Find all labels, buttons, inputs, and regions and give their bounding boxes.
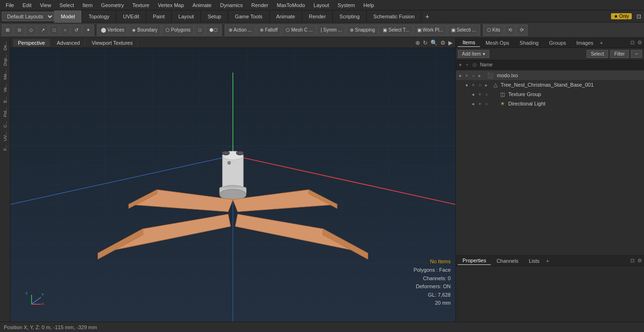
layout-tab-schematic[interactable]: Schematic Fusion (367, 10, 421, 23)
panel-expand-icon[interactable]: ⊡ (630, 40, 635, 46)
menu-animate[interactable]: Animate (189, 1, 215, 9)
tab-items[interactable]: Items (458, 39, 480, 47)
tb-redo-btn[interactable]: ⟳ (516, 24, 528, 36)
canvas-area[interactable]: No Items Polygons : Face Channels: 0 Def… (10, 48, 455, 322)
menu-texture[interactable]: Texture (129, 1, 153, 9)
right-panel: Items Mesh Ops Shading Groups Images + ⊡… (455, 38, 644, 322)
tb-undo-btn[interactable]: ⟲ (504, 24, 516, 36)
layout-tab-setup[interactable]: Setup (201, 10, 228, 23)
layout-tab-animate[interactable]: Animate (270, 10, 302, 23)
menu-edit[interactable]: Edit (19, 1, 35, 9)
tab-properties[interactable]: Properties (458, 257, 491, 265)
tb-hex-btn[interactable]: ⬢⬡ (206, 24, 222, 36)
tb-selecti-btn[interactable]: ▣ Selecti ... (447, 24, 480, 36)
vp-icon-play[interactable]: ▶ (448, 40, 453, 46)
tb-selectt-btn[interactable]: ▣ Select T... (379, 24, 413, 36)
vp-icon-zoom[interactable]: 🔍 (430, 40, 438, 46)
left-panel-item-uv[interactable]: UV... (2, 130, 8, 143)
tab-mesh-ops[interactable]: Mesh Ops (481, 39, 514, 47)
props-settings-icon[interactable]: ⚙ (637, 258, 642, 264)
tb-meshc-btn[interactable]: ⬡ Mesh C ... (282, 24, 316, 36)
left-panel-item-pol[interactable]: Pol... (2, 105, 8, 119)
viewport-scene (10, 48, 455, 322)
layout-tab-uvedit[interactable]: UVEdit (116, 10, 146, 23)
layout-expand-icon[interactable]: ⊡ (634, 12, 644, 21)
vp-icon-add[interactable]: ⊕ (415, 40, 420, 46)
menu-geometry[interactable]: Geometry (97, 1, 127, 9)
tb-symm-btn[interactable]: | Symm ... (317, 24, 346, 36)
item-row-tree-nest[interactable]: ● + ○ ▸ △ Tree_Nest_Christmas_Stand_Base… (462, 80, 644, 89)
menu-select[interactable]: Select (56, 1, 78, 9)
icon-modo-lxo: ⬛ (487, 73, 494, 79)
tab-shading[interactable]: Shading (515, 39, 543, 47)
vp-tab-advanced[interactable]: Advanced (52, 39, 85, 47)
tab-add-icon[interactable]: + (600, 40, 603, 46)
menu-dynamics[interactable]: Dynamics (216, 1, 247, 9)
layout-tab-layout[interactable]: Layout (172, 10, 201, 23)
vp-tab-perspective[interactable]: Perspective (13, 39, 50, 47)
vis-ring-0: ○ (472, 73, 477, 78)
item-row-modo-lxo[interactable]: ● + ○ ▸ ⬛ modo.lxo (456, 71, 644, 80)
vp-tab-textures[interactable]: Viewport Textures (87, 39, 138, 47)
tb-boundary-btn[interactable]: ◈ Boundary (128, 24, 161, 36)
menu-render[interactable]: Render (248, 1, 272, 9)
left-panel-item-e[interactable]: E... (2, 95, 8, 105)
menu-item[interactable]: Item (79, 1, 96, 9)
add-item-button[interactable]: Add Item ▾ (458, 50, 489, 58)
tb-layout-icon[interactable]: ⊞ (2, 24, 13, 36)
tb-globe-icon[interactable]: ⊙ (14, 24, 25, 36)
tb-polygons-btn[interactable]: ⬡ Polygons (162, 24, 194, 36)
menu-layout[interactable]: Layout (310, 1, 333, 9)
select-button[interactable]: Select (586, 50, 608, 58)
layout-select[interactable]: Default Layouts (2, 12, 54, 21)
left-panel-item-f[interactable]: F... (2, 143, 8, 153)
props-tab-add[interactable]: + (546, 258, 549, 264)
tb-kits-btn[interactable]: ⬡ Kits (483, 24, 504, 36)
props-expand-icon[interactable]: ⊡ (630, 258, 635, 264)
tb-transform-icon[interactable]: ↗ (37, 24, 49, 36)
menu-help[interactable]: Help (360, 1, 378, 9)
layout-tab-model[interactable]: Model (54, 10, 82, 23)
layout-add-button[interactable]: + (421, 12, 433, 21)
vis-ring-3: ○ (485, 101, 490, 106)
menu-maxtomodo[interactable]: MaxToModo (273, 1, 309, 9)
layout-tab-paint[interactable]: Paint (146, 10, 172, 23)
tb-box-icon[interactable]: □ (49, 24, 59, 36)
layout-tab-gametools[interactable]: Game Tools (228, 10, 270, 23)
menu-system[interactable]: System (334, 1, 359, 9)
tb-square-btn[interactable]: □ (195, 24, 205, 36)
layout-tab-scripting[interactable]: Scripting (333, 10, 367, 23)
menu-file[interactable]: File (2, 1, 18, 9)
tb-action-btn[interactable]: ⊕ Action ... (225, 24, 256, 36)
left-panel-item-c[interactable]: C... (2, 119, 8, 130)
label-modo-lxo: modo.lxo (497, 73, 518, 78)
tb-vertices-btn[interactable]: ⬤ Vertices (97, 24, 128, 36)
vp-icon-refresh[interactable]: ↻ (423, 40, 428, 46)
layout-tab-topology[interactable]: Topology (82, 10, 116, 23)
left-panel-item-dup[interactable]: Dup... (2, 53, 8, 68)
item-row-directional-light[interactable]: ● + ○ ☀ Directional Light (469, 99, 644, 108)
tb-rotate-icon[interactable]: ↺ (71, 24, 82, 36)
tb-snapping-btn[interactable]: ⊕ Snapping (346, 24, 379, 36)
tb-falloff-btn[interactable]: ⊕ Falloff (256, 24, 281, 36)
vp-icon-settings[interactable]: ⚙ (440, 40, 446, 46)
tb-workpl-btn[interactable]: ▣ Work Pl... (413, 24, 447, 36)
tb-circle-icon[interactable]: ○ (60, 24, 70, 36)
tab-images[interactable]: Images (572, 39, 598, 47)
tb-select-icon[interactable]: ◇ (25, 24, 37, 36)
tab-channels[interactable]: Channels (492, 257, 523, 265)
minus-button[interactable]: − (631, 50, 642, 58)
menu-vertex-map[interactable]: Vertex Map (154, 1, 188, 9)
tab-groups[interactable]: Groups (544, 39, 570, 47)
tab-lists[interactable]: Lists (524, 257, 545, 265)
left-panel-item-de[interactable]: De... (2, 40, 8, 52)
item-row-texture-group[interactable]: ● + ○ ◫ Texture Group (469, 89, 644, 99)
filter-button[interactable]: Filter (610, 50, 629, 58)
layout-tab-render[interactable]: Render (302, 10, 333, 23)
menu-view[interactable]: View (36, 1, 55, 9)
left-panel-item-me[interactable]: Me... (2, 68, 8, 81)
left-panel-item-ve[interactable]: Ve... (2, 82, 8, 94)
panel-settings-icon[interactable]: ⚙ (637, 40, 642, 46)
tb-star-icon[interactable]: ✦ (83, 24, 94, 36)
viewport[interactable]: Perspective Advanced Viewport Textures ⊕… (10, 38, 455, 322)
